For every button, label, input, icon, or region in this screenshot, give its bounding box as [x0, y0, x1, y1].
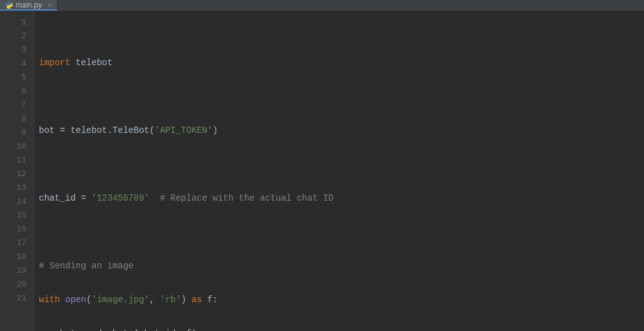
- line-number: 12: [0, 167, 34, 181]
- line-number: 15: [0, 209, 34, 223]
- code-line: import telebot: [39, 56, 644, 70]
- code-line: [39, 90, 644, 103]
- tab-main-py[interactable]: main.py ×: [0, 0, 58, 11]
- code-area[interactable]: import telebot bot = telebot.TeleBot('AP…: [34, 11, 644, 331]
- line-number: 2: [0, 29, 34, 43]
- line-number: 9: [0, 126, 34, 140]
- line-number: 7: [0, 98, 34, 112]
- code-line: [39, 157, 644, 171]
- close-icon[interactable]: ×: [48, 1, 52, 9]
- tab-bar: main.py ×: [0, 0, 644, 11]
- line-number: 10: [0, 140, 34, 154]
- code-line: bot.send_photo(chat_id, f): [39, 327, 644, 331]
- line-number: 1: [0, 16, 34, 29]
- code-line: bot = telebot.TeleBot('API_TOKEN'): [39, 123, 644, 137]
- line-number: 6: [0, 85, 34, 98]
- line-number: 16: [0, 223, 34, 236]
- line-number: 8: [0, 112, 34, 126]
- code-editor[interactable]: 1 2 3 4 5 6 7 8 9 10 11 12 13 14 15 16 1…: [0, 11, 644, 331]
- line-number: 5: [0, 71, 34, 85]
- line-number: 13: [0, 181, 34, 195]
- python-file-icon: [5, 1, 13, 9]
- gutter: 1 2 3 4 5 6 7 8 9 10 11 12 13 14 15 16 1…: [0, 11, 34, 331]
- line-number: 20: [0, 278, 34, 292]
- line-number: 18: [0, 250, 34, 264]
- line-number: 11: [0, 154, 34, 167]
- line-number: 14: [0, 195, 34, 209]
- indent-guide: [34, 11, 34, 331]
- line-number: 21: [0, 292, 34, 305]
- line-number: 4: [0, 57, 34, 71]
- code-line: chat_id = '123456789' # Replace with the…: [39, 191, 644, 205]
- code-line: with open('image.jpg', 'rb') as f:: [39, 293, 644, 307]
- line-number: 3: [0, 43, 34, 57]
- tab-filename: main.py: [16, 1, 42, 9]
- line-number: 19: [0, 264, 34, 278]
- code-line: # Sending an image: [39, 259, 644, 273]
- code-line: [39, 225, 644, 239]
- line-number: 17: [0, 236, 34, 250]
